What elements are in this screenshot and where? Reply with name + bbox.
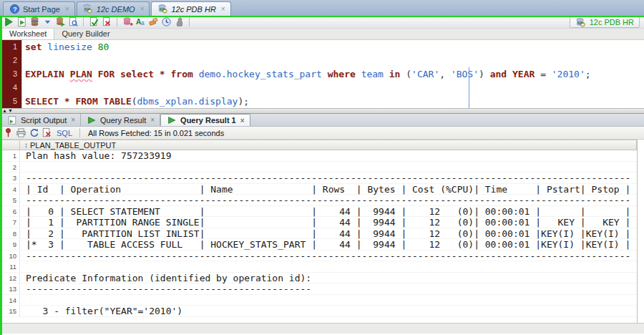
annotation-green-line-top: [0, 16, 644, 17]
splitter-down-arrow[interactable]: ▼: [8, 109, 13, 113]
table-row[interactable]: 7| 1 | PARTITION RANGE SINGLE| | 44 | 99…: [0, 217, 637, 228]
code-line[interactable]: [25, 81, 644, 94]
history-icon[interactable]: [160, 16, 172, 28]
row-number: 4: [0, 184, 20, 195]
rollback-icon[interactable]: [101, 16, 112, 28]
row-content: 3 - filter("YEAR"='2010'): [20, 306, 182, 316]
row-number: 7: [0, 217, 20, 228]
code-line[interactable]: [25, 54, 644, 67]
svg-text:SQL: SQL: [84, 7, 91, 11]
close-tab-icon[interactable]: ×: [150, 116, 155, 124]
case-toggle-icon[interactable]: Aa: [135, 16, 146, 28]
tab-query-builder[interactable]: Query Builder: [54, 29, 117, 39]
pin-icon[interactable]: [2, 127, 14, 139]
code-token: and YEAR: [490, 69, 540, 79]
result-toolbar: SQL All Rows Fetched: 15 in 0.021 second…: [0, 127, 644, 140]
code-line[interactable]: SELECT * FROM TABLE(dbms_xplan.display);: [25, 94, 644, 108]
row-number: 1: [0, 150, 20, 161]
sql-tuning-icon[interactable]: [67, 16, 79, 28]
code-token: team: [361, 69, 389, 79]
worksheet-tabbar: WorksheetQuery Builder: [0, 29, 644, 40]
connection-icon: SQL: [575, 16, 587, 28]
code-token: (: [406, 69, 411, 79]
document-tab-12c-demo[interactable]: SQL12c DEMO×: [77, 1, 150, 16]
code-token: =: [540, 69, 552, 79]
sort-icon: ↕: [24, 141, 28, 149]
sql-developer-window: ?Start Page×SQL12c DEMO×SQL12c PDB HR× A…: [0, 0, 644, 335]
code-area[interactable]: set linesize 80EXPLAIN PLAN FOR select *…: [21, 40, 644, 108]
table-row[interactable]: 8| 2 | PARTITION LIST INLIST| | 44 | 994…: [0, 228, 637, 240]
table-row[interactable]: 14: [0, 295, 637, 306]
output-tab-query-result[interactable]: Query Result×: [81, 114, 160, 126]
code-token: [322, 69, 328, 79]
worksheet-toolbar: Aa SQL 12c PDB HR: [0, 16, 644, 29]
close-tab-icon[interactable]: ×: [65, 5, 69, 13]
row-content: ----------------------------------------…: [20, 195, 630, 205]
close-tab-icon[interactable]: ×: [221, 5, 225, 13]
commit-icon[interactable]: [88, 16, 99, 28]
row-number: 2: [0, 162, 20, 173]
code-token: FOR select * from: [92, 69, 199, 79]
document-tab-start-page[interactable]: ?Start Page×: [3, 1, 75, 16]
close-tab-icon[interactable]: ×: [140, 5, 145, 13]
document-tab-12c-pdb-hr[interactable]: SQL12c PDB HR×: [151, 1, 230, 16]
table-row[interactable]: 11: [0, 261, 637, 273]
column-header-label: PLAN_TABLE_OUTPUT: [30, 141, 116, 150]
row-number: 12: [0, 273, 20, 283]
table-row[interactable]: 9|* 3 | TABLE ACCESS FULL | HOCKEY_STATS…: [0, 239, 637, 251]
row-number: 11: [0, 261, 20, 272]
fetch-status: All Rows Fetched: 15 in 0.021 seconds: [88, 129, 224, 137]
right-margin-guide: [469, 67, 469, 108]
sql-button[interactable]: SQL: [57, 129, 72, 137]
close-tab-icon[interactable]: ×: [71, 116, 75, 124]
advisor-icon[interactable]: [173, 16, 185, 28]
output-tab-script-output[interactable]: Script Output×: [1, 114, 81, 126]
connection-icon: SQL: [157, 4, 168, 15]
worksheet-toolbar-icons: Aa: [3, 16, 192, 28]
dropdown-arrow-icon[interactable]: [42, 16, 53, 28]
row-content: | 2 | PARTITION LIST INLIST| | 44 | 9944…: [20, 228, 630, 239]
row-number: 15: [0, 306, 20, 316]
line-number: 5: [2, 94, 21, 108]
clear-icon[interactable]: [147, 16, 159, 28]
table-row[interactable]: 5---------------------------------------…: [0, 195, 637, 206]
print-icon[interactable]: [15, 127, 26, 139]
run-icon[interactable]: [3, 16, 14, 28]
code-token: set: [25, 42, 47, 52]
code-token: EXPLAIN: [25, 69, 70, 79]
explain-plan-icon[interactable]: [54, 16, 66, 28]
autotrace-icon[interactable]: [29, 16, 40, 28]
run-script-icon[interactable]: [16, 16, 27, 28]
code-token: where: [328, 69, 361, 79]
sql-editor[interactable]: 12345 set linesize 80EXPLAIN PLAN FOR se…: [0, 40, 644, 108]
code-line[interactable]: EXPLAIN PLAN FOR select * from demo.hock…: [25, 67, 644, 81]
table-row[interactable]: 13--------------------------------------…: [0, 283, 637, 295]
table-row[interactable]: 2: [0, 162, 637, 173]
table-row[interactable]: 12Predicate Information (identified by o…: [0, 273, 637, 284]
table-row[interactable]: 3---------------------------------------…: [0, 173, 637, 184]
editor-output-splitter[interactable]: ▲ ▼: [0, 108, 644, 114]
unshared-worksheet-icon[interactable]: [122, 16, 133, 28]
query-result-icon: [86, 115, 97, 126]
connection-label: 12c PDB HR: [590, 18, 634, 26]
help-icon: ?: [9, 4, 20, 15]
row-number: 13: [0, 283, 20, 294]
grid-corner-cell[interactable]: [0, 140, 20, 150]
tab-worksheet[interactable]: Worksheet: [1, 28, 54, 39]
column-header[interactable]: ↕ PLAN_TABLE_OUTPUT: [20, 140, 637, 150]
splitter-up-arrow[interactable]: ▲: [2, 109, 7, 113]
code-line[interactable]: set linesize 80: [25, 40, 644, 54]
output-tab-label: Query Result 1: [180, 116, 236, 125]
table-row[interactable]: 15 3 - filter("YEAR"='2010'): [0, 306, 637, 317]
discard-icon[interactable]: [41, 127, 52, 139]
row-content: | 1 | PARTITION RANGE SINGLE| | 44 | 994…: [20, 217, 630, 228]
close-tab-icon[interactable]: ×: [240, 117, 245, 125]
row-content: ----------------------------------------…: [20, 173, 630, 183]
output-tab-query-result-1[interactable]: Query Result 1×: [160, 114, 250, 126]
connection-selector[interactable]: SQL 12c PDB HR: [570, 16, 640, 28]
table-row[interactable]: 10--------------------------------------…: [0, 251, 637, 262]
table-row[interactable]: 4| Id | Operation | Name | Rows | Bytes …: [0, 184, 637, 195]
table-row[interactable]: 1Plan hash value: 757233919: [0, 150, 637, 162]
table-row[interactable]: 6| 0 | SELECT STATEMENT | | 44 | 9944 | …: [0, 206, 637, 218]
refresh-icon[interactable]: [28, 127, 39, 139]
